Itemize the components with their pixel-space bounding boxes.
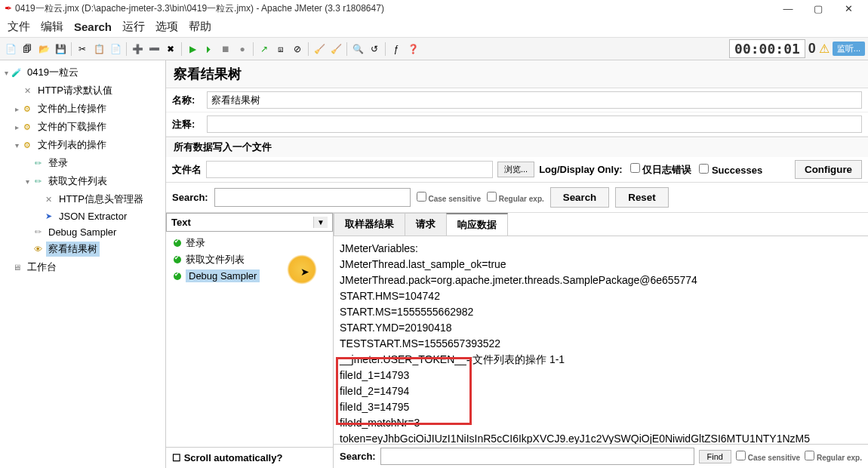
browse-button[interactable]: 浏览... [497, 162, 534, 177]
panel-title: 察看结果树 [166, 60, 868, 88]
search-icon[interactable]: 🔍 [350, 42, 365, 57]
response-body[interactable]: JMeterVariables: JMeterThread.last_sampl… [334, 236, 868, 444]
response-line: fileId_3=14795 [340, 399, 862, 415]
search-input[interactable] [214, 188, 411, 207]
tree-filelist-group[interactable]: ▾⚙文件列表的操作 [2, 136, 164, 154]
comment-label: 注释: [172, 118, 202, 131]
collapse-icon[interactable]: ➖ [146, 42, 162, 57]
file-section-label: 所有数据写入一个文件 [166, 137, 868, 157]
menu-options[interactable]: 选项 [155, 20, 178, 34]
tree-results-tree[interactable]: 👁察看结果树 [2, 240, 164, 258]
samples-tree: Text▼ 登录 获取文件列表 Debug Sampler ➤ ☐ Scroll… [166, 213, 334, 468]
tree-header-manager[interactable]: ✕HTTP信息头管理器 [2, 190, 164, 208]
success-icon [174, 272, 181, 280]
stop-icon[interactable]: ⏹ [218, 42, 233, 57]
success-icon [174, 239, 181, 247]
response-case-checkbox[interactable]: Case sensitive [736, 451, 800, 462]
tab-sampler-result[interactable]: 取样器结果 [334, 213, 405, 236]
tab-response-data[interactable]: 响应数据 [446, 213, 508, 236]
close-button[interactable]: ✕ [833, 3, 863, 14]
response-line: token=eyJhbGciOiJIUzI1NiIsInR5cCI6IkpXVC… [340, 431, 862, 444]
clear-all-icon[interactable]: 🧹 [328, 42, 343, 57]
clear-icon[interactable]: 🧹 [312, 42, 327, 57]
menu-run[interactable]: 运行 [122, 20, 145, 34]
menu-search[interactable]: Search [74, 20, 112, 33]
sample-item[interactable]: 获取文件列表 [166, 251, 333, 268]
response-line: START.MS=1555555662982 [340, 304, 862, 320]
tree-debug-sampler[interactable]: ✏Debug Sampler [2, 224, 164, 240]
response-line: fileId_2=14794 [340, 383, 862, 399]
paste-icon[interactable]: 📄 [108, 42, 123, 57]
sample-item[interactable]: Debug Sampler [166, 268, 333, 284]
response-search-label: Search: [340, 451, 376, 462]
search-label: Search: [172, 192, 208, 203]
expand-icon[interactable]: ➕ [130, 42, 145, 57]
open-icon[interactable]: 📂 [36, 42, 51, 57]
remote-stop-icon[interactable]: ⧆ [273, 42, 288, 57]
response-tabs: 取样器结果 请求 响应数据 [334, 213, 868, 236]
tree-download-group[interactable]: ▸⚙文件的下载操作 [2, 118, 164, 136]
test-plan-tree[interactable]: ▾🧪0419一粒云 ✕HTTP请求默认值 ▸⚙文件的上传操作 ▸⚙文件的下载操作… [0, 60, 166, 468]
response-line: fileId_matchNr=3 [340, 415, 862, 431]
response-line: fileId_1=14793 [340, 368, 862, 383]
configure-button[interactable]: Configure [795, 160, 862, 179]
new-icon[interactable]: 📄 [3, 42, 18, 57]
response-line: START.YMD=20190418 [340, 320, 862, 336]
tree-workbench[interactable]: 🖥工作台 [2, 258, 164, 276]
tab-request[interactable]: 请求 [405, 213, 447, 236]
tree-json-extractor[interactable]: ➤JSON Extractor [2, 208, 164, 224]
success-icon [174, 256, 181, 263]
response-line: __jmeter.USER_TOKEN__=文件列表的操作 1-1 [340, 352, 862, 368]
tree-upload-group[interactable]: ▸⚙文件的上传操作 [2, 100, 164, 118]
template-icon[interactable]: 🗐 [20, 42, 35, 57]
start-icon[interactable]: ▶ [185, 42, 200, 57]
elapsed-timer: 00:00:01 [729, 39, 805, 58]
response-regex-checkbox[interactable]: Regular exp. [805, 451, 862, 462]
tree-root[interactable]: ▾🧪0419一粒云 [2, 63, 164, 82]
scroll-auto-checkbox[interactable]: ☐ Scroll automatically? [166, 447, 333, 468]
successes-checkbox[interactable]: Successes [699, 164, 762, 176]
shutdown-icon[interactable]: ● [235, 42, 250, 57]
response-search-bar: Search: Find Case sensitive Regular exp. [334, 444, 868, 468]
name-label: 名称: [172, 94, 202, 107]
remote-start-icon[interactable]: ↗ [257, 42, 272, 57]
response-line: TESTSTART.MS=1555657393522 [340, 336, 862, 352]
renderer-dropdown[interactable]: Text▼ [166, 213, 333, 232]
find-button[interactable]: Find [699, 450, 731, 463]
status-badge[interactable]: 监听... [833, 42, 865, 56]
menu-bar: 文件 编辑 Search 运行 选项 帮助 [0, 17, 868, 38]
warning-icon[interactable]: ⚠ [819, 42, 830, 56]
tree-get-filelist[interactable]: ▾✏获取文件列表 [2, 172, 164, 190]
toggle-icon[interactable]: ✖ [163, 42, 178, 57]
reset-button[interactable]: Reset [615, 187, 668, 208]
reset-search-icon[interactable]: ↺ [367, 42, 382, 57]
sample-item[interactable]: 登录 [166, 235, 333, 251]
save-icon[interactable]: 💾 [53, 42, 68, 57]
cut-icon[interactable]: ✂ [75, 42, 90, 57]
comment-input[interactable] [207, 115, 862, 133]
copy-icon[interactable]: 📋 [91, 42, 106, 57]
help-icon[interactable]: ❓ [405, 42, 420, 57]
title-bar: ✒ 0419一粒云.jmx (D:\apache-jmeter-3.3\bin\… [0, 0, 868, 17]
regex-checkbox[interactable]: Regular exp. [487, 192, 544, 203]
errors-only-checkbox[interactable]: 仅日志错误 [630, 163, 692, 177]
remote-shutdown-icon[interactable]: ⊘ [290, 42, 305, 57]
tree-login[interactable]: ✏登录 [2, 154, 164, 172]
response-search-input[interactable] [380, 448, 694, 465]
menu-file[interactable]: 文件 [8, 20, 30, 34]
log-display-label: Log/Display Only: [539, 164, 623, 175]
filename-input[interactable] [206, 161, 493, 178]
results-panel: 察看结果树 名称: 注释: 所有数据写入一个文件 文件名 浏览... Log/D… [166, 60, 868, 468]
case-sensitive-checkbox[interactable]: Case sensitive [417, 192, 481, 203]
function-icon[interactable]: ƒ [389, 42, 404, 57]
start-no-pause-icon[interactable]: ⏵ [202, 42, 217, 57]
response-line: JMeterThread.last_sample_ok=true [340, 257, 862, 272]
maximize-button[interactable]: ▢ [803, 3, 833, 14]
search-button[interactable]: Search [550, 187, 609, 208]
menu-edit[interactable]: 编辑 [41, 20, 63, 34]
minimize-button[interactable]: — [773, 3, 803, 14]
name-input[interactable] [207, 91, 862, 109]
tree-http-defaults[interactable]: ✕HTTP请求默认值 [2, 82, 164, 100]
menu-help[interactable]: 帮助 [189, 20, 211, 34]
toolbar: 📄 🗐 📂 💾 ✂ 📋 📄 ➕ ➖ ✖ ▶ ⏵ ⏹ ● ↗ ⧆ ⊘ 🧹 🧹 🔍 … [0, 38, 868, 60]
